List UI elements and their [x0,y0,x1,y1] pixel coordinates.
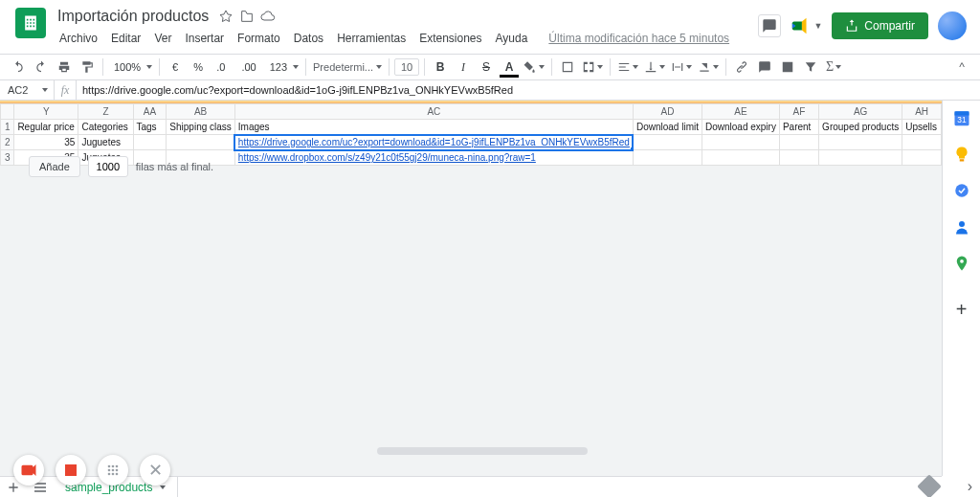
addons-plus-icon[interactable]: + [952,300,971,319]
col-header-AB[interactable]: AB [167,104,234,120]
col-header-Z[interactable]: Z [78,104,133,120]
spreadsheet-grid[interactable]: YZAAABACADAEAFAGAH1Regular priceCategori… [0,101,942,476]
col-header-AG[interactable]: AG [819,104,902,120]
cell-AE2[interactable] [702,135,779,150]
sheets-logo[interactable] [15,8,46,38]
menu-insertar[interactable]: Insertar [179,29,230,48]
col-header-AF[interactable]: AF [779,104,818,120]
share-button[interactable]: Compartir [832,12,928,39]
text-color-button[interactable]: A [499,57,520,77]
currency-euro-button[interactable]: € [165,57,186,77]
menu-datos[interactable]: Datos [288,29,329,48]
col-header-AD[interactable]: AD [633,104,702,120]
select-all-corner[interactable] [1,104,14,120]
cloud-saved-icon[interactable] [260,9,276,24]
more-formats-button[interactable]: 123 [264,57,301,77]
cell-AE3[interactable] [702,150,779,166]
add-rows-count-input[interactable] [88,156,128,177]
format-percent-button[interactable]: % [188,57,209,77]
cell-AG1[interactable]: Grouped products [819,120,902,135]
cell-AA1[interactable]: Tags [133,120,167,135]
insert-comment-button[interactable] [754,57,775,77]
col-header-Y[interactable]: Y [14,104,78,120]
name-box[interactable]: AC2 [0,84,54,96]
account-avatar[interactable] [938,11,967,40]
cell-Y1[interactable]: Regular price [14,120,78,135]
col-header-AE[interactable]: AE [702,104,779,120]
calendar-icon[interactable]: 31 [952,108,971,127]
fill-color-button[interactable] [522,57,546,77]
italic-button[interactable]: I [453,57,474,77]
comment-history-icon[interactable] [758,14,781,37]
font-size-input[interactable]: 10 [394,58,419,76]
increase-decimal-button[interactable]: .00 [235,57,261,77]
cell-AD1[interactable]: Download limit [633,120,702,135]
col-header-AC[interactable]: AC [234,104,633,120]
cell-AE1[interactable]: Download expiry [702,120,779,135]
recording-grid-button[interactable] [98,455,128,486]
cell-AF2[interactable] [779,135,818,150]
col-header-AH[interactable]: AH [902,104,942,120]
menu-archivo[interactable]: Archivo [54,29,103,48]
cell-AD2[interactable] [633,135,702,150]
contacts-icon[interactable] [952,217,971,237]
cell-AC3[interactable]: https://www.dropbox.com/s/z49y21c0t55gj2… [234,150,633,166]
cell-AG3[interactable] [819,150,902,166]
tasks-icon[interactable] [952,181,971,200]
keep-icon[interactable] [952,145,971,164]
menu-ver[interactable]: Ver [148,29,177,48]
document-title[interactable]: Importación productos [54,6,212,27]
close-recording-button[interactable]: ✕ [140,455,170,486]
paint-format-button[interactable] [77,57,98,77]
cell-AB1[interactable]: Shipping class [167,120,234,135]
star-icon[interactable] [218,9,234,24]
cell-Z1[interactable]: Categories [78,120,133,135]
menu-editar[interactable]: Editar [105,29,146,48]
filter-button[interactable] [800,57,821,77]
horizontal-scrollbar[interactable] [377,447,588,455]
cell-AA2[interactable] [133,135,167,150]
cell-AC2[interactable]: https://drive.google.com/uc?export=downl… [234,135,633,150]
insert-link-button[interactable] [731,57,752,77]
row-header-1[interactable]: 1 [1,120,14,135]
cell-AH3[interactable] [902,150,942,166]
h-align-button[interactable] [615,57,640,77]
strikethrough-button[interactable]: S [476,57,497,77]
menu-extensiones[interactable]: Extensiones [413,29,487,48]
row-header-2[interactable]: 2 [1,135,14,150]
side-panel-collapse-button[interactable]: › [968,478,972,495]
menu-herramientas[interactable]: Herramientas [331,29,412,48]
meet-button[interactable]: ▼ [791,15,822,36]
rotate-button[interactable] [696,57,721,77]
maps-icon[interactable] [952,254,971,273]
col-header-AA[interactable]: AA [133,104,167,120]
cell-AB2[interactable] [167,135,234,150]
cell-AF1[interactable]: Parent [779,120,818,135]
wrap-button[interactable] [669,57,694,77]
font-select[interactable]: Predetermi... [311,57,384,77]
cell-AF3[interactable] [779,150,818,166]
cell-Z2[interactable]: Juguetes [78,135,133,150]
functions-button[interactable]: Σ [823,57,844,77]
cell-AH1[interactable]: Upsells [902,120,942,135]
menu-formato[interactable]: Formato [232,29,286,48]
cell-Y2[interactable]: 35 [14,135,78,150]
redo-button[interactable] [31,57,52,77]
add-rows-button[interactable]: Añade [29,156,80,177]
cell-AG2[interactable] [819,135,902,150]
merge-cells-button[interactable] [580,57,605,77]
toolbar-collapse-button[interactable]: ^ [951,57,972,77]
explore-button[interactable] [917,474,941,497]
insert-chart-button[interactable] [777,57,798,77]
bold-button[interactable]: B [430,57,451,77]
decrease-decimal-button[interactable]: .0 [211,57,234,77]
menu-ayuda[interactable]: Ayuda [490,29,534,48]
row-header-3[interactable]: 3 [1,150,14,166]
last-edit-link[interactable]: Última modificación hace 5 minutos [543,29,735,48]
stop-recording-button[interactable] [56,455,86,486]
undo-button[interactable] [8,57,29,77]
move-folder-icon[interactable] [239,9,255,24]
print-button[interactable] [54,57,75,77]
zoom-select[interactable]: 100% [108,57,154,77]
borders-button[interactable] [557,57,578,77]
